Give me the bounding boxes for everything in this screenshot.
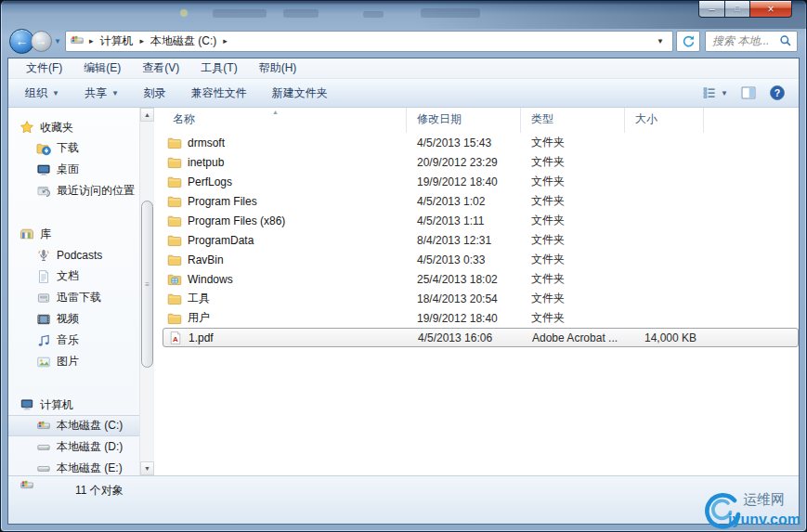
file-row[interactable]: PerfLogs19/9/2012 18:40文件夹 (163, 172, 799, 191)
scroll-up-button[interactable]: ▲ (140, 108, 154, 122)
help-button[interactable]: ? (769, 84, 786, 101)
file-date-cell: 20/9/2012 23:29 (407, 156, 521, 169)
recent-pages-dropdown[interactable]: ▼ (54, 37, 61, 45)
scrollbar-thumb[interactable]: ≡ (141, 201, 153, 368)
status-bar: 11 个对象 (8, 475, 799, 524)
menu-item-tools[interactable]: 工具(T) (192, 58, 245, 78)
file-row[interactable]: ProgramData8/4/2013 12:31文件夹 (163, 230, 799, 250)
file-row[interactable]: Windows25/4/2013 18:02文件夹 (163, 269, 799, 289)
column-header-1[interactable]: 修改日期 (407, 108, 521, 133)
file-name-cell: drmsoft (163, 136, 407, 150)
sidebar-item-label: 本地磁盘 (E:) (57, 461, 123, 475)
file-name-cell: PerfLogs (163, 175, 407, 189)
file-row[interactable]: inetpub20/9/2012 23:29文件夹 (163, 152, 799, 172)
close-button[interactable]: × (750, 1, 792, 18)
sidebar-item-pictures[interactable]: 图片 (8, 351, 139, 372)
file-name: drmsoft (188, 136, 225, 149)
sidebar-item-documents[interactable]: 文档 (8, 266, 139, 287)
file-row[interactable]: 工具18/4/2013 20:54文件夹 (163, 289, 799, 308)
sidebar-item-label: 桌面 (57, 162, 79, 177)
search-input[interactable]: 搜索 本地... (705, 31, 798, 52)
menu-item-file[interactable]: 文件(F) (18, 58, 71, 78)
toolbar-new-folder-button[interactable]: 新建文件夹 (272, 85, 328, 101)
sidebar-item-videos[interactable]: 视频 (8, 308, 139, 330)
column-header-3[interactable]: 大小 (625, 108, 704, 133)
sidebar-item-label: 音乐 (57, 332, 79, 348)
computer-icon (20, 397, 34, 412)
file-name: 工具 (188, 291, 210, 306)
sidebar-item-thunder-downloads[interactable]: 迅雷下载 (8, 287, 139, 308)
breadcrumb-item-local-disk-c[interactable]: 本地磁盘 (C:) (149, 32, 218, 50)
forward-button[interactable]: → (31, 31, 52, 52)
sidebar-item-libraries[interactable]: 库 (8, 224, 139, 244)
toolbar-share-button[interactable]: 共享▼ (85, 85, 119, 101)
preview-pane-button[interactable] (740, 84, 757, 101)
folder-win-icon (167, 272, 182, 287)
sidebar-item-local-disk-e[interactable]: 本地磁盘 (E:) (8, 458, 139, 475)
file-date-cell: 4/5/2013 1:11 (407, 214, 521, 227)
sidebar-item-computer[interactable]: 计算机 (8, 395, 139, 415)
maximize-button[interactable]: □ (725, 1, 750, 18)
file-row[interactable]: RavBin4/5/2013 0:33文件夹 (163, 250, 799, 269)
sidebar-item-local-disk-d[interactable]: 本地磁盘 (D:) (8, 436, 139, 458)
breadcrumb-item-computer[interactable]: 计算机 (98, 32, 135, 50)
file-type-cell: 文件夹 (521, 213, 625, 228)
thunder-icon (36, 291, 51, 305)
file-row[interactable]: 用户19/9/2012 18:40文件夹 (163, 308, 799, 328)
file-name-cell: A1.pdf (163, 331, 408, 345)
folder-icon (167, 155, 182, 170)
title-bar[interactable]: – □ × (1, 1, 806, 29)
menu-item-view[interactable]: 查看(V) (134, 58, 188, 78)
menu-item-edit[interactable]: 编辑(E) (75, 58, 129, 78)
file-row[interactable]: Program Files (x86)4/5/2013 1:11文件夹 (163, 211, 799, 230)
svg-text:A: A (173, 334, 178, 343)
search-icon[interactable] (778, 33, 793, 48)
column-header-2[interactable]: 类型 (521, 108, 625, 133)
refresh-button[interactable] (676, 31, 700, 52)
toolbar-organize-button[interactable]: 组织▼ (25, 85, 59, 101)
disk-win-icon (36, 419, 51, 434)
address-dropdown-icon[interactable]: ▼ (657, 37, 670, 45)
sidebar-item-label: 本地磁盘 (C:) (57, 418, 123, 434)
watermark: 运维网 iyunv.com (700, 489, 800, 530)
sidebar-item-recent-places[interactable]: 最近访问的位置 (8, 180, 139, 201)
file-name: Windows (188, 273, 233, 286)
file-date-cell: 25/4/2013 18:02 (407, 273, 521, 286)
file-name-cell: Program Files (x86) (163, 214, 407, 228)
sidebar-item-favorites[interactable]: 收藏夹 (8, 117, 139, 137)
drive-status-icon (20, 478, 34, 493)
column-header-0[interactable]: 名称 (163, 108, 407, 133)
views-button[interactable]: ▼ (702, 85, 728, 100)
file-row[interactable]: drmsoft4/5/2013 15:43文件夹 (163, 133, 799, 152)
scrollbar-grip-icon: ≡ (145, 283, 150, 286)
sidebar-item-desktop[interactable]: 桌面 (8, 159, 139, 180)
views-icon (702, 85, 717, 100)
menu-item-help[interactable]: 帮助(H) (251, 58, 306, 78)
toolbar-burn-button[interactable]: 刻录 (144, 85, 166, 101)
file-row[interactable]: A1.pdf4/5/2013 16:06Adobe Acrobat ...14,… (163, 328, 799, 347)
file-name-cell: 工具 (163, 291, 407, 306)
toolbar-compatibility-files-button[interactable]: 兼容性文件 (191, 85, 247, 101)
pdf-icon: A (168, 331, 183, 345)
watermark-name: 运维网 (743, 492, 800, 507)
sidebar-item-label: 最近访问的位置 (57, 183, 135, 199)
file-type-cell: 文件夹 (521, 252, 625, 267)
sidebar-item-label: 本地磁盘 (D:) (57, 439, 123, 455)
file-name: inetpub (188, 156, 224, 169)
file-type-cell: Adobe Acrobat ... (522, 331, 626, 344)
sidebar-item-podcasts[interactable]: Podcasts (8, 244, 139, 266)
toolbar-right: ▼ ? (702, 84, 786, 101)
file-row[interactable]: Program Files4/5/2013 1:02文件夹 (163, 191, 799, 211)
minimize-button[interactable]: – (698, 1, 725, 18)
sidebar-item-downloads[interactable]: 下载 (8, 137, 139, 159)
titlebar-reflection (213, 9, 267, 18)
folder-icon (167, 136, 182, 150)
menu-bar: 文件(F)编辑(E)查看(V)工具(T)帮助(H) (8, 58, 799, 79)
sidebar-item-local-disk-c[interactable]: 本地磁盘 (C:) (8, 415, 139, 436)
item-count-label: 11 个对象 (75, 483, 124, 499)
sidebar-item-music[interactable]: 音乐 (8, 330, 139, 351)
sidebar-scrollbar[interactable]: ▲ ≡ ▼ (139, 108, 154, 475)
scroll-down-button[interactable]: ▼ (140, 461, 154, 475)
breadcrumb[interactable]: ▸计算机▸本地磁盘 (C:)▸▼ (65, 31, 673, 52)
sidebar-item-label: 文档 (57, 268, 79, 284)
